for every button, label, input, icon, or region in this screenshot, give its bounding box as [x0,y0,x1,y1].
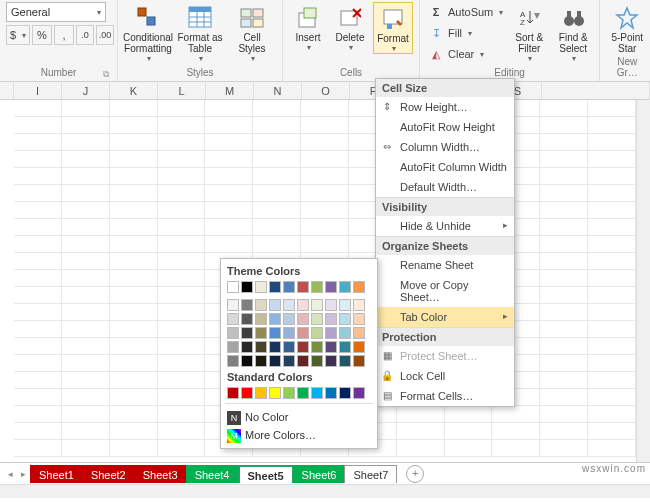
color-swatch[interactable] [339,341,351,353]
color-swatch[interactable] [283,355,295,367]
color-swatch[interactable] [297,281,309,293]
number-dialog-launcher[interactable]: ⧉ [101,69,111,79]
color-swatch[interactable] [339,281,351,293]
color-swatch[interactable] [325,327,337,339]
column-header[interactable]: K [110,82,158,99]
autosum-button[interactable]: ΣAutoSum▾ [426,2,505,22]
color-swatch[interactable] [339,355,351,367]
percent-button[interactable]: % [32,25,52,45]
menu-protect-sheet[interactable]: ▦Protect Sheet… [376,346,514,366]
color-swatch[interactable] [325,387,337,399]
menu-autofit-col[interactable]: AutoFit Column Width [376,157,514,177]
color-swatch[interactable] [269,387,281,399]
color-swatch[interactable] [325,313,337,325]
color-swatch[interactable] [339,387,351,399]
color-swatch[interactable] [311,313,323,325]
color-swatch[interactable] [241,313,253,325]
sheet-tab[interactable]: Sheet4 [186,465,239,483]
fill-button[interactable]: ↧Fill▾ [426,23,505,43]
color-swatch[interactable] [353,313,365,325]
color-swatch[interactable] [311,341,323,353]
color-swatch[interactable] [283,327,295,339]
color-swatch[interactable] [227,355,239,367]
color-swatch[interactable] [227,327,239,339]
sheet-tab[interactable]: Sheet2 [82,465,135,483]
menu-rename-sheet[interactable]: Rename Sheet [376,255,514,275]
menu-hide-unhide[interactable]: Hide & Unhide [376,216,514,236]
color-swatch[interactable] [255,387,267,399]
sheet-tab[interactable]: Sheet6 [293,465,346,483]
color-swatch[interactable] [269,299,281,311]
color-swatch[interactable] [297,355,309,367]
picker-no-color[interactable]: NNo Color [225,408,373,426]
color-swatch[interactable] [283,299,295,311]
column-header[interactable]: I [14,82,62,99]
color-swatch[interactable] [353,281,365,293]
color-swatch[interactable] [227,387,239,399]
color-swatch[interactable] [283,313,295,325]
column-header[interactable]: N [254,82,302,99]
sheet-tab[interactable]: Sheet1 [30,465,83,483]
color-swatch[interactable] [325,299,337,311]
tab-nav-prev[interactable]: ◂ [4,469,17,479]
color-swatch[interactable] [255,299,267,311]
color-swatch[interactable] [311,387,323,399]
color-swatch[interactable] [283,341,295,353]
color-swatch[interactable] [241,327,253,339]
color-swatch[interactable] [269,281,281,293]
color-swatch[interactable] [311,299,323,311]
color-swatch[interactable] [269,327,281,339]
color-swatch[interactable] [339,299,351,311]
column-header[interactable]: O [302,82,350,99]
sort-filter-button[interactable]: AZ Sort & Filter▾ [509,2,549,63]
color-swatch[interactable] [269,341,281,353]
menu-row-height[interactable]: ⇕Row Height… [376,97,514,117]
color-swatch[interactable] [353,299,365,311]
menu-tab-color[interactable]: Tab Color [376,307,514,327]
delete-button[interactable]: Delete▾ [331,2,369,52]
color-swatch[interactable] [311,355,323,367]
color-swatch[interactable] [325,355,337,367]
menu-autofit-row[interactable]: AutoFit Row Height [376,117,514,137]
color-swatch[interactable] [255,355,267,367]
color-swatch[interactable] [283,281,295,293]
color-swatch[interactable] [255,313,267,325]
color-swatch[interactable] [297,327,309,339]
vertical-scrollbar[interactable] [636,100,650,462]
clear-button[interactable]: ◭Clear▾ [426,44,505,64]
menu-default-width[interactable]: Default Width… [376,177,514,197]
color-swatch[interactable] [297,299,309,311]
color-swatch[interactable] [325,281,337,293]
sheet-tab[interactable]: Sheet7 [344,465,397,483]
color-swatch[interactable] [353,327,365,339]
picker-more-colors[interactable]: MMore Colors… [225,426,373,444]
color-swatch[interactable] [297,313,309,325]
five-point-star-button[interactable]: 5-Point Star [606,2,648,54]
color-swatch[interactable] [353,387,365,399]
column-header[interactable]: L [158,82,206,99]
tab-nav-next[interactable]: ▸ [17,469,30,479]
insert-button[interactable]: Insert▾ [289,2,327,52]
increase-decimal-button[interactable]: .0 [76,25,94,45]
color-swatch[interactable] [269,313,281,325]
sheet-tab[interactable]: Sheet5 [238,465,294,483]
color-swatch[interactable] [339,327,351,339]
cell-styles-button[interactable]: Cell Styles▾ [228,2,276,63]
color-swatch[interactable] [269,355,281,367]
color-swatch[interactable] [311,281,323,293]
color-swatch[interactable] [297,341,309,353]
add-sheet-button[interactable]: + [406,465,424,483]
color-swatch[interactable] [227,341,239,353]
color-swatch[interactable] [255,281,267,293]
format-button[interactable]: Format▾ [373,2,413,54]
color-swatch[interactable] [227,299,239,311]
color-swatch[interactable] [241,387,253,399]
column-header[interactable]: M [206,82,254,99]
color-swatch[interactable] [325,341,337,353]
color-swatch[interactable] [241,299,253,311]
color-swatch[interactable] [241,341,253,353]
menu-column-width[interactable]: ⇔Column Width… [376,137,514,157]
color-swatch[interactable] [255,327,267,339]
decrease-decimal-button[interactable]: .00 [96,25,114,45]
horizontal-scrollbar[interactable] [0,484,650,498]
